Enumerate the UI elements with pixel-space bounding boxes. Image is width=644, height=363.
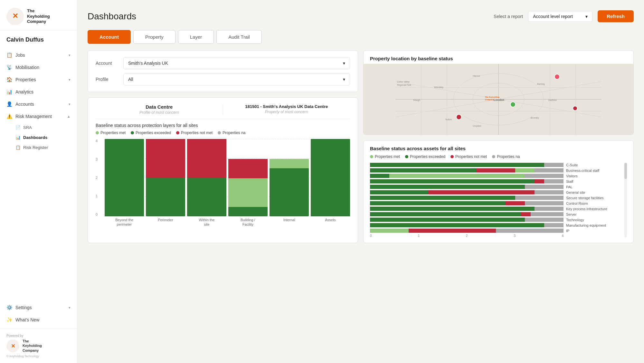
legend-na-dot: [218, 131, 221, 134]
legend-not-met: Properties not met: [176, 131, 213, 135]
scrollbar[interactable]: [624, 163, 627, 238]
x-label-1: Perimeter: [146, 216, 185, 229]
bar-segment-4-0: [270, 159, 309, 168]
profile-select[interactable]: All ▾: [123, 73, 350, 85]
horiz-bar-segment: [496, 229, 564, 233]
bar-group-0: [105, 139, 144, 216]
horiz-bar-row-1: [370, 168, 564, 172]
sidebar-item-settings[interactable]: ⚙️ Settings ▾: [0, 301, 77, 314]
tab-account[interactable]: Account: [88, 30, 131, 44]
sidebar-item-analytics[interactable]: 📊 Analytics: [0, 86, 77, 98]
map-container: London Slough Wembley Barking Dartford B…: [364, 64, 633, 135]
horiz-labels-area: C-SuiteBusiness-critical staffVisitorsSt…: [564, 163, 623, 238]
horiz-bar-segment: [370, 229, 409, 233]
legend-exceeded-label: Properties exceeded: [136, 131, 171, 135]
refresh-button[interactable]: Refresh: [598, 10, 634, 22]
data-centre-sub: Profile of most concern: [96, 110, 223, 115]
dashboards-icon: 📊: [15, 135, 21, 140]
sidebar-item-jobs[interactable]: 📋 Jobs ▾: [0, 49, 77, 61]
y-label-1: 1: [96, 194, 98, 198]
horiz-bar-row-5: [370, 190, 564, 194]
sidebar-item-risk-register[interactable]: 📋 Risk Register: [15, 142, 77, 152]
horiz-bar-row-0: [370, 163, 564, 167]
svg-text:Company: Company: [485, 99, 494, 101]
svg-text:✕: ✕: [12, 12, 18, 20]
risk-register-label: Risk Register: [23, 145, 48, 150]
main-header: Dashboards Select a report Account level…: [88, 10, 634, 22]
horiz-bars-area: 0 1 2 3 4: [370, 163, 564, 238]
svg-text:Barking: Barking: [537, 83, 545, 85]
svg-text:Sutton: Sutton: [445, 118, 452, 121]
dashboard-content: Account Smith's Analysis UK ▾ Profile Al…: [88, 50, 634, 243]
horiz-bar-segment: [544, 163, 564, 167]
bar-chart: 0 1 2 3 4: [96, 139, 350, 229]
properties-caret: ▾: [69, 78, 71, 82]
tab-bar: Account Property Layer Audit Trail: [88, 30, 634, 44]
svg-text:Harrow: Harrow: [473, 75, 480, 77]
sidebar-item-sra[interactable]: 📄 SRA: [15, 123, 77, 132]
horiz-bar-segment: [370, 218, 525, 222]
settings-label: Settings: [15, 305, 32, 310]
x-label-4: Internal: [270, 216, 309, 229]
horiz-label-10: Technology: [564, 218, 623, 222]
horiz-legend-met-label: Properties met: [375, 154, 400, 159]
horiz-bar-row-10: [370, 218, 564, 222]
svg-text:Wembley: Wembley: [434, 86, 444, 89]
map-title: Property location by baseline status: [364, 51, 633, 64]
tab-audit-trail[interactable]: Audit Trail: [216, 30, 262, 44]
svg-text:Croydon: Croydon: [473, 125, 481, 127]
sidebar-item-dashboards[interactable]: 📊 Dashboards: [15, 132, 77, 142]
bar-segment-5-0: [311, 139, 350, 216]
jobs-caret: ▾: [69, 53, 71, 57]
sidebar-item-accounts[interactable]: 👤 Accounts ▾: [0, 98, 77, 110]
x-tick-3: 3: [514, 234, 516, 238]
bar-chart-title: Baseline status across protection layers…: [96, 123, 350, 128]
bar-segment-1-1: [146, 178, 185, 216]
sidebar-item-mobilisation[interactable]: 📡 Mobilisation: [0, 61, 77, 74]
horiz-chart-legend: Properties met Properties exceeded Prope…: [370, 154, 627, 159]
horiz-bar-segment: [409, 229, 496, 233]
jobs-icon: 📋: [6, 52, 12, 58]
horiz-x-axis: 0 1 2 3 4: [370, 234, 564, 238]
sidebar-logo-section: ✕ The Keyholding Company: [0, 0, 77, 31]
properties-label: Properties: [15, 77, 36, 82]
legend-met: Properties met: [96, 131, 126, 135]
x-label-0: Beyond theperimeter: [105, 216, 144, 229]
map-dot-2: [573, 106, 577, 111]
x-tick-0: 0: [370, 234, 372, 238]
analytics-icon: 📊: [6, 89, 12, 95]
bar-stack-1: [146, 139, 185, 216]
horiz-bar-segment: [525, 185, 564, 189]
accounts-label: Accounts: [15, 102, 34, 107]
horiz-legend-exceeded-dot: [405, 155, 408, 158]
bar-stack-5: [311, 139, 350, 216]
horiz-label-9: Server: [564, 212, 623, 216]
horiz-legend-not-met-label: Properties not met: [455, 154, 487, 159]
horiz-chart-body: 0 1 2 3 4 C-SuiteBusiness-critical staff…: [370, 163, 627, 238]
sidebar-item-properties[interactable]: 🏠 Properties ▾: [0, 74, 77, 86]
tab-property[interactable]: Property: [133, 30, 175, 44]
bar-group-2: [187, 139, 226, 216]
bar-segment-1-0: [146, 139, 185, 178]
report-select-dropdown[interactable]: Account level report ▾: [528, 11, 592, 22]
horiz-bar-row-11: [370, 223, 564, 227]
right-panel: Property location by baseline status: [363, 50, 634, 243]
settings-caret: ▾: [69, 306, 71, 310]
horiz-label-11: Manufacturing equipment: [564, 223, 623, 227]
risk-management-caret: ▲: [67, 114, 71, 118]
tab-layer[interactable]: Layer: [178, 30, 214, 44]
svg-text:✕: ✕: [11, 343, 15, 349]
account-select[interactable]: Smith's Analysis UK ▾: [123, 57, 350, 69]
sidebar-item-whats-new[interactable]: ✨ What's New: [0, 314, 77, 326]
y-label-4: 4: [96, 139, 98, 143]
bar-group-5: [311, 139, 350, 216]
account-select-caret-icon: ▾: [343, 61, 345, 66]
legend-exceeded-dot: [131, 131, 134, 134]
jobs-label: Jobs: [15, 53, 25, 58]
bar-stack-0: [105, 139, 144, 216]
sidebar-item-risk-management[interactable]: ⚠️ Risk Management ▲: [0, 110, 77, 123]
x-tick-1: 1: [418, 234, 420, 238]
copyright-text: © Keyholding Technology: [6, 355, 71, 358]
horiz-bar-row-3: [370, 179, 564, 183]
profile-row: Profile All ▾: [96, 73, 350, 85]
